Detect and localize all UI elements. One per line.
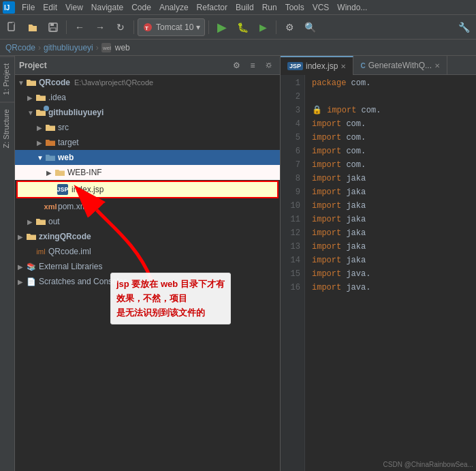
new-file-button[interactable] [3, 18, 22, 37]
tab-close-generatewith[interactable]: ✕ [434, 62, 440, 70]
editor-tabs: JSP index.jsp ✕ C GenerateWithQ... ✕ [281, 56, 476, 75]
tree-label-src: src [58, 123, 69, 132]
main-layout: 1: Project Z: Structure Project ⚙ ≡ ⛭ ▼ [0, 56, 476, 471]
separator-1 [66, 20, 67, 34]
menu-file[interactable]: File [18, 0, 39, 15]
tree-label-webinf: WEB-INF [67, 168, 102, 177]
tree-label-web: web [58, 153, 74, 162]
tree-item-webinf[interactable]: ▶ WEB-INF [15, 165, 280, 180]
save-button[interactable] [44, 18, 63, 37]
panel-settings-icon[interactable]: ⛭ [262, 59, 276, 72]
tree-label-qrcode: QRcode [39, 78, 70, 87]
tab-type-badge-java: C [360, 62, 365, 70]
tree-label-out: out [48, 217, 60, 226]
settings-button[interactable]: ⚙ [280, 18, 299, 37]
editor-tab-indexjsp[interactable]: JSP index.jsp ✕ [281, 56, 353, 75]
panel-header: Project ⚙ ≡ ⛭ [15, 56, 280, 75]
svg-rect-3 [12, 22, 14, 25]
svg-text:IJ: IJ [4, 4, 10, 12]
search-everywhere-button[interactable]: 🔍 [300, 18, 319, 37]
breadcrumb-qrcode[interactable]: QRcode [5, 43, 35, 52]
menu-edit[interactable]: Edit [39, 0, 61, 15]
tomcat-config-dropdown[interactable]: T Tomcat 10 ▾ [138, 18, 205, 36]
svg-text:web: web [102, 45, 111, 51]
project-tree: ▼ QRcode E:\Java\project\QRcode ▶ .i [15, 75, 280, 289]
wrench-button[interactable]: 🔧 [454, 18, 473, 37]
tree-item-scratches[interactable]: ▶ 📄 Scratches and Consoles [15, 274, 280, 289]
code-area: package com. 🔒 import com. import com. i… [305, 75, 476, 471]
menu-vcs[interactable]: VCS [308, 0, 334, 15]
tree-item-githubliuyueyi[interactable]: ▼ githubliuyueyi [15, 105, 280, 120]
tab-type-badge-jsp: JSP [287, 62, 303, 70]
tree-label-extlibs: External Libraries [39, 262, 102, 271]
tree-item-extlibs[interactable]: ▶ 📚 External Libraries [15, 259, 280, 274]
tree-item-indexjsp[interactable]: JSP index.jsp [18, 182, 277, 197]
tree-item-pomxml[interactable]: xml pom.xml [15, 199, 280, 214]
menu-refactor[interactable]: Refactor [193, 0, 232, 15]
tree-item-zxingqrcode[interactable]: ▶ zxingQRcode [15, 229, 280, 244]
panel-gear-icon[interactable]: ⚙ [229, 59, 243, 72]
svg-rect-5 [50, 23, 54, 26]
tree-item-idea[interactable]: ▶ .idea [15, 90, 280, 105]
tree-item-qrcodeiml[interactable]: iml QRcode.iml [15, 244, 280, 259]
coverage-button[interactable]: ▶ [253, 18, 272, 37]
project-panel: Project ⚙ ≡ ⛭ ▼ QRcode E:\Java\project\Q… [15, 56, 281, 471]
tree-label-qrcodeiml: QRcode.iml [48, 247, 91, 256]
menu-run[interactable]: Run [258, 0, 281, 15]
back-button[interactable]: ← [70, 18, 89, 37]
tree-item-web[interactable]: ▼ web [15, 150, 280, 165]
breadcrumb-githubliuyueyi[interactable]: githubliuyueyi [44, 43, 93, 52]
menu-bar: IJ File Edit View Navigate Code Analyze … [0, 0, 476, 15]
open-button[interactable] [23, 18, 42, 37]
menu-view[interactable]: View [61, 0, 87, 15]
menu-window[interactable]: Windo... [333, 0, 371, 15]
tree-label-idea: .idea [48, 93, 66, 102]
separator-3 [208, 20, 209, 34]
tree-label-scratches: Scratches and Consoles [39, 277, 127, 286]
menu-tools[interactable]: Tools [281, 0, 308, 15]
tab-label-indexjsp: index.jsp [306, 61, 338, 71]
separator-2 [133, 20, 134, 34]
watermark: CSDN @ChinaRainbowSea... [383, 461, 473, 468]
breadcrumb: QRcode › githubliuyueyi › web web [0, 40, 476, 56]
menu-navigate[interactable]: Navigate [87, 0, 127, 15]
breadcrumb-web: web [115, 43, 130, 52]
tree-item-qrcode[interactable]: ▼ QRcode E:\Java\project\QRcode [15, 75, 280, 90]
tree-label-zxingqrcode: zxingQRcode [39, 232, 91, 241]
tab-close-indexjsp[interactable]: ✕ [340, 63, 346, 70]
tree-item-src[interactable]: ▶ src [15, 120, 280, 135]
editor-tab-generatewith[interactable]: C GenerateWithQ... ✕ [353, 56, 447, 75]
tree-item-indexjsp-wrapper: JSP index.jsp [16, 181, 279, 198]
tree-item-target[interactable]: ▶ target [15, 135, 280, 150]
refresh-button[interactable]: ↻ [111, 18, 130, 37]
toolbar: ← → ↻ T Tomcat 10 ▾ ▶ 🐛 ▶ ⚙ 🔍 🔧 [0, 15, 476, 40]
tree-item-out[interactable]: ▶ out [15, 214, 280, 229]
menu-code[interactable]: Code [127, 0, 155, 15]
chevron-down-icon: ▾ [196, 22, 200, 32]
tree-label-indexjsp: index.jsp [72, 185, 104, 194]
panel-expand-icon[interactable]: ≡ [246, 59, 259, 72]
tree-label-target: target [58, 138, 79, 147]
sidebar-tab-structure[interactable]: Z: Structure [0, 102, 15, 155]
left-side-tabs: 1: Project Z: Structure [0, 56, 15, 471]
menu-analyze[interactable]: Analyze [155, 0, 193, 15]
app-logo: IJ [3, 1, 15, 14]
forward-button[interactable]: → [91, 18, 110, 37]
svg-text:T: T [145, 25, 148, 31]
tomcat-label: Tomcat 10 [156, 22, 193, 32]
tree-label-pomxml: pom.xml [58, 202, 89, 211]
tab-label-generatewith: GenerateWithQ... [368, 61, 432, 70]
tree-label-githubliuyueyi: githubliuyueyi [48, 108, 104, 117]
menu-build[interactable]: Build [232, 0, 258, 15]
separator-4 [276, 20, 276, 34]
panel-title: Project [19, 61, 227, 70]
run-button[interactable]: ▶ [212, 18, 232, 37]
sidebar-tab-project[interactable]: 1: Project [0, 56, 15, 102]
line-numbers: 1234 5678 9101112 13141516 [281, 75, 305, 471]
editor-content: 1234 5678 9101112 13141516 package com. … [281, 75, 476, 471]
editor-panel: JSP index.jsp ✕ C GenerateWithQ... ✕ 123… [281, 56, 476, 471]
debug-button[interactable]: 🐛 [233, 18, 252, 37]
